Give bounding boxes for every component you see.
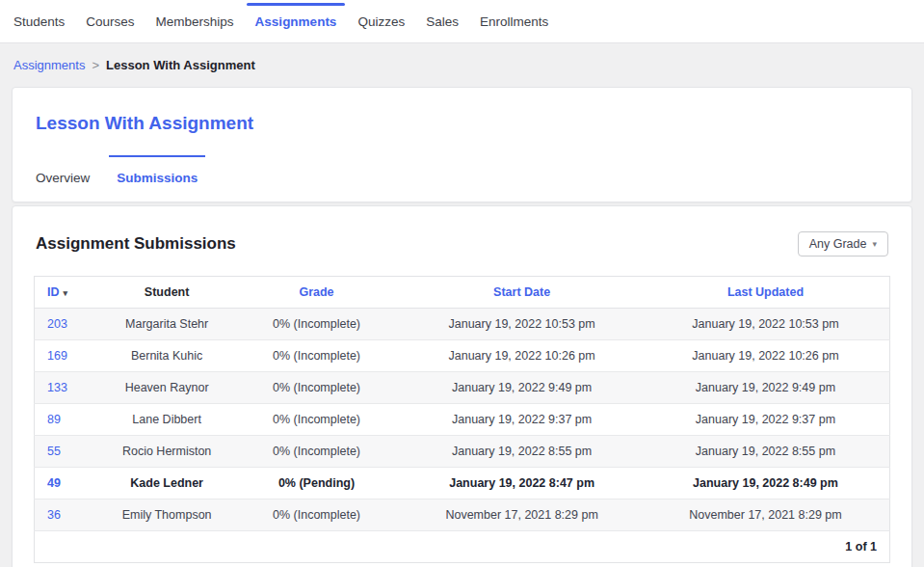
column-header-id[interactable]: ID▾ bbox=[35, 277, 103, 309]
tab-overview[interactable]: Overview bbox=[36, 155, 90, 202]
lesson-header-card: Lesson With Assignment OverviewSubmissio… bbox=[12, 87, 912, 202]
top-nav: StudentsCoursesMembershipsAssignmentsQui… bbox=[0, 0, 924, 43]
nav-item-sales[interactable]: Sales bbox=[426, 0, 459, 42]
table-header-row: ID▾ Student Grade Start Date Last Update… bbox=[35, 277, 890, 309]
breadcrumb-separator: > bbox=[92, 58, 99, 72]
submission-id-link[interactable]: 169 bbox=[35, 340, 103, 372]
grade-value: 0% (Incomplete) bbox=[231, 404, 403, 436]
table-row: 133Heaven Raynor0% (Incomplete)January 1… bbox=[35, 372, 890, 404]
table-row: 169Bernita Kuhic0% (Incomplete)January 1… bbox=[35, 340, 890, 372]
last-updated-date: January 19, 2022 8:49 pm bbox=[642, 468, 890, 500]
student-name: Margarita Stehr bbox=[103, 309, 231, 340]
last-updated-date: January 19, 2022 10:53 pm bbox=[642, 309, 890, 340]
last-updated-date: November 17, 2021 8:29 pm bbox=[642, 500, 890, 531]
submission-id-link[interactable]: 133 bbox=[35, 372, 103, 404]
grade-value: 0% (Incomplete) bbox=[231, 340, 403, 372]
grade-filter-dropdown[interactable]: Any Grade ▾ bbox=[798, 231, 888, 256]
column-header-id-label: ID bbox=[47, 285, 60, 299]
nav-item-label: Sales bbox=[426, 14, 459, 29]
submissions-card: Assignment Submissions Any Grade ▾ ID▾ S… bbox=[12, 205, 912, 567]
nav-item-label: Quizzes bbox=[357, 14, 405, 29]
pagination-label: 1 of 1 bbox=[35, 531, 890, 563]
start-date: January 19, 2022 8:47 pm bbox=[402, 468, 642, 500]
start-date: January 19, 2022 9:49 pm bbox=[402, 372, 642, 404]
nav-item-enrollments[interactable]: Enrollments bbox=[480, 0, 548, 42]
active-tab-indicator bbox=[109, 155, 205, 157]
submissions-table: ID▾ Student Grade Start Date Last Update… bbox=[34, 276, 890, 563]
table-footer-row: 1 of 1 bbox=[35, 531, 890, 563]
nav-item-label: Enrollments bbox=[480, 14, 548, 29]
nav-item-label: Courses bbox=[86, 14, 134, 29]
start-date: January 19, 2022 9:37 pm bbox=[402, 404, 642, 436]
grade-filter-label: Any Grade bbox=[809, 237, 867, 251]
nav-item-label: Memberships bbox=[156, 14, 234, 29]
column-header-grade[interactable]: Grade bbox=[231, 277, 403, 309]
start-date: November 17, 2021 8:29 pm bbox=[402, 500, 642, 531]
column-header-student: Student bbox=[103, 277, 231, 309]
submission-id-link[interactable]: 203 bbox=[35, 309, 103, 340]
nav-item-courses[interactable]: Courses bbox=[86, 0, 134, 42]
table-row: 36Emily Thompson0% (Incomplete)November … bbox=[35, 500, 890, 531]
student-name: Rocio Hermiston bbox=[103, 436, 231, 468]
tab-label: Overview bbox=[36, 171, 90, 185]
nav-item-label: Assignments bbox=[255, 14, 337, 29]
grade-value: 0% (Incomplete) bbox=[231, 372, 403, 404]
start-date: January 19, 2022 10:26 pm bbox=[402, 340, 642, 372]
page-title: Lesson With Assignment bbox=[36, 113, 888, 134]
grade-value: 0% (Incomplete) bbox=[231, 500, 403, 531]
table-row: 203Margarita Stehr0% (Incomplete)January… bbox=[35, 309, 890, 340]
last-updated-date: January 19, 2022 9:37 pm bbox=[642, 404, 890, 436]
student-name: Emily Thompson bbox=[103, 500, 231, 531]
table-row: 89Lane Dibbert0% (Incomplete)January 19,… bbox=[35, 404, 890, 436]
active-nav-indicator bbox=[247, 3, 346, 6]
section-title: Assignment Submissions bbox=[36, 234, 236, 254]
last-updated-date: January 19, 2022 9:49 pm bbox=[642, 372, 890, 404]
last-updated-date: January 19, 2022 10:26 pm bbox=[642, 340, 890, 372]
tab-submissions[interactable]: Submissions bbox=[117, 155, 198, 202]
column-header-start-date[interactable]: Start Date bbox=[402, 277, 642, 309]
chevron-down-icon: ▾ bbox=[872, 239, 877, 249]
submission-id-link[interactable]: 49 bbox=[35, 468, 103, 500]
nav-item-label: Students bbox=[13, 14, 65, 29]
student-name: Kade Ledner bbox=[103, 468, 231, 500]
start-date: January 19, 2022 10:53 pm bbox=[402, 309, 642, 340]
nav-item-assignments[interactable]: Assignments bbox=[255, 0, 337, 42]
grade-value: 0% (Pending) bbox=[231, 468, 403, 500]
student-name: Lane Dibbert bbox=[103, 404, 231, 436]
nav-item-students[interactable]: Students bbox=[13, 0, 65, 42]
grade-value: 0% (Incomplete) bbox=[231, 436, 403, 468]
breadcrumb-link-assignments[interactable]: Assignments bbox=[13, 58, 85, 72]
breadcrumb: Assignments > Lesson With Assignment bbox=[0, 43, 924, 87]
column-header-last-updated[interactable]: Last Updated bbox=[642, 277, 890, 309]
tab-label: Submissions bbox=[117, 171, 198, 185]
student-name: Heaven Raynor bbox=[103, 372, 231, 404]
last-updated-date: January 19, 2022 8:55 pm bbox=[642, 436, 890, 468]
lesson-tabs: OverviewSubmissions bbox=[36, 155, 888, 202]
submission-id-link[interactable]: 36 bbox=[35, 500, 103, 531]
sort-chevron-icon: ▾ bbox=[64, 288, 68, 298]
nav-item-memberships[interactable]: Memberships bbox=[156, 0, 234, 42]
student-name: Bernita Kuhic bbox=[103, 340, 231, 372]
breadcrumb-current: Lesson With Assignment bbox=[106, 58, 255, 72]
submission-id-link[interactable]: 89 bbox=[35, 404, 103, 436]
submission-id-link[interactable]: 55 bbox=[35, 436, 103, 468]
grade-value: 0% (Incomplete) bbox=[231, 309, 403, 340]
start-date: January 19, 2022 8:55 pm bbox=[402, 436, 642, 468]
table-row: 55Rocio Hermiston0% (Incomplete)January … bbox=[35, 436, 890, 468]
nav-item-quizzes[interactable]: Quizzes bbox=[357, 0, 405, 42]
table-row: 49Kade Ledner0% (Pending)January 19, 202… bbox=[35, 468, 890, 500]
